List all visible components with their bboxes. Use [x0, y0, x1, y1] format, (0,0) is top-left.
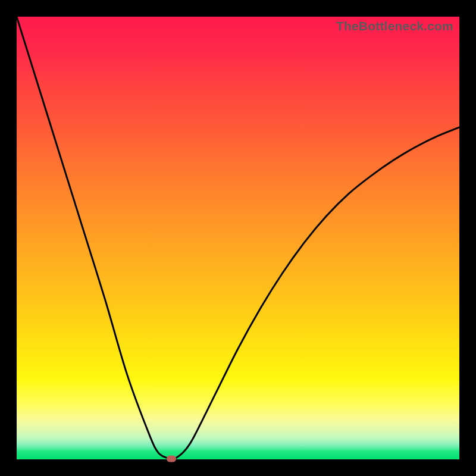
chart-frame: TheBottleneck.com: [0, 0, 476, 476]
plot-area: TheBottleneck.com: [17, 17, 459, 459]
bottleneck-curve: [17, 17, 459, 459]
optimal-marker: [167, 456, 176, 462]
